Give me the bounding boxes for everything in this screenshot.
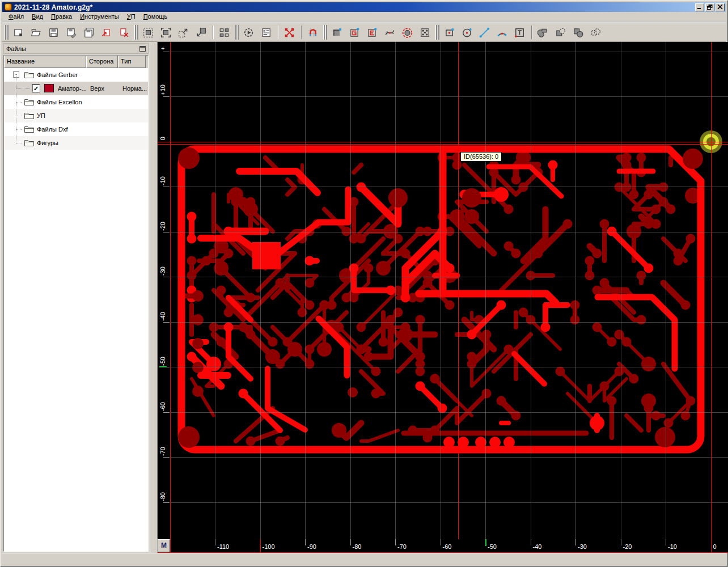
transform-red-icon [284, 27, 295, 38]
tree-row-dxf-folder[interactable]: Файлы Dxf [4, 122, 148, 136]
pcb-viewport[interactable] [170, 42, 728, 539]
folder-icon [24, 98, 35, 106]
toolbar-button-tool-circle[interactable] [459, 24, 475, 40]
properties-icon [261, 27, 272, 38]
toolbar-grip[interactable] [5, 25, 9, 40]
toolbar-separator [213, 26, 214, 39]
toolbar-button-draw-ring[interactable] [399, 24, 415, 40]
toolbar-button-bool-intersect[interactable] [570, 24, 586, 40]
menu-edit[interactable]: Правка [47, 12, 76, 22]
layer-visibility-checkbox[interactable]: ✓ [32, 84, 40, 92]
menu-up[interactable]: УП [123, 12, 139, 22]
toolbar-grip[interactable] [235, 25, 239, 40]
minimize-button[interactable] [695, 3, 704, 11]
toolbar-button-gerber-g[interactable] [346, 24, 362, 40]
toolbar-grip[interactable] [435, 25, 439, 40]
toolbar-button-save-all[interactable] [81, 24, 96, 40]
close-icon [717, 5, 723, 10]
tree-item-label: Файлы Excellon [37, 99, 82, 105]
folder-icon [24, 70, 35, 79]
toolbar-button-zoom-extents[interactable] [140, 24, 156, 40]
toolbar-grip[interactable] [323, 25, 327, 40]
layer-color-swatch[interactable] [44, 84, 54, 92]
tree-row-gerber-folder[interactable]: - Файлы Gerber [4, 68, 148, 82]
tree-row-gerber-file[interactable]: ✓Аматор-...ВерхНорма... [4, 82, 148, 95]
frame-edge-left [170, 42, 171, 553]
menu-view[interactable]: Вид [28, 12, 47, 22]
panel-float-icon[interactable] [139, 46, 146, 52]
toolbar-button-tool-text[interactable] [511, 24, 527, 40]
tree-column-headers: НазваниеСторонаТип [4, 56, 148, 68]
toolbar-button-draw-region[interactable] [329, 24, 345, 40]
tree-guide-stub [16, 116, 22, 116]
toolbar-button-delete-red[interactable] [116, 24, 132, 40]
menu-file[interactable]: Файл [5, 12, 28, 22]
toolbar-button-zoom-in[interactable] [175, 24, 191, 40]
toolbar-button-bool-xor[interactable] [587, 24, 603, 40]
tree-row-up-folder[interactable]: УП [4, 109, 148, 122]
ruler-tick-y [163, 412, 170, 413]
toolbar-button-snap-magnet[interactable] [304, 24, 320, 40]
toolbar-button-zoom-window[interactable] [158, 24, 173, 40]
ruler-label-y: 0 [159, 137, 166, 140]
tree-row-excellon-folder[interactable]: Файлы Excellon [4, 95, 148, 109]
toolbar-button-bool-subtract[interactable] [552, 24, 568, 40]
save-icon [48, 27, 59, 38]
toolbar-button-save-as[interactable] [63, 24, 79, 40]
ruler-tick-x [575, 539, 576, 545]
snap-magnet-icon [307, 27, 318, 38]
toolbar-button-tile-view[interactable] [216, 24, 232, 40]
menu-help[interactable]: Помощь [139, 12, 172, 22]
origin-axis-horizontal [158, 142, 728, 142]
ruler-tick-x [531, 539, 531, 545]
toolbar-button-tool-line[interactable] [476, 24, 492, 40]
folder-icon-wrap [24, 98, 35, 107]
bool-subtract-icon [555, 27, 566, 38]
origin-axis-vertical [711, 42, 712, 553]
tree-guide-stub [16, 143, 22, 143]
toolbar-button-bool-union[interactable] [535, 24, 551, 40]
folder-icon-wrap [24, 111, 35, 121]
toolbar-button-new-file[interactable] [10, 24, 26, 40]
toolbar-button-gerber-e[interactable] [364, 24, 380, 40]
column-header-2[interactable]: Тип [118, 56, 146, 68]
title-bar[interactable]: 2021-11-28 Amator.g2g* [2, 2, 726, 12]
toolbar-button-zoom-out[interactable] [193, 24, 209, 40]
mouse-crosshair-vertical [458, 42, 459, 539]
ruler-label-x: -90 [307, 543, 316, 550]
tool-rect-icon [444, 27, 455, 38]
tree-row-figures-folder[interactable]: Фигуры [4, 136, 148, 150]
import-red-icon [101, 27, 112, 38]
bool-intersect-icon [573, 27, 583, 38]
ruler-tick-y [163, 232, 170, 232]
toolbar-button-draw-dots[interactable] [417, 24, 433, 40]
menu-tools[interactable]: Инструменты [76, 12, 123, 22]
close-button[interactable] [716, 3, 725, 11]
tree-item-label: Аматор-... [58, 85, 87, 92]
toolbar-button-import-red[interactable] [98, 24, 114, 40]
toolbar-button-draw-curve[interactable] [382, 24, 397, 40]
toolbar-grip[interactable] [134, 25, 138, 40]
ruler-label-x: -80 [353, 543, 362, 550]
column-header-0[interactable]: Название [4, 56, 86, 68]
toolbar-button-tool-arc[interactable] [494, 24, 510, 40]
panel-splitter[interactable] [150, 42, 158, 554]
toolbar-button-save[interactable] [45, 24, 61, 40]
tool-circle-icon [462, 27, 472, 38]
toolbar-button-run-gear[interactable] [240, 24, 256, 40]
ruler-label-x: -60 [443, 543, 452, 550]
window-title: 2021-11-28 Amator.g2g* [14, 3, 694, 11]
units-button[interactable]: M [158, 539, 170, 552]
ruler-label-y: + [159, 46, 166, 50]
ruler-label-y: -20 [159, 222, 166, 231]
save-as-icon [66, 27, 77, 38]
toolbar-button-transform-red[interactable] [281, 24, 297, 40]
toolbar-button-tool-rect[interactable] [441, 24, 457, 40]
ruler-tick-y [163, 457, 170, 458]
toolbar-button-open-folder[interactable] [28, 24, 44, 40]
files-panel-title: Файлы [6, 45, 139, 52]
ruler-tick-x [395, 539, 396, 545]
column-header-1[interactable]: Сторона [86, 56, 118, 68]
restore-button[interactable] [705, 3, 714, 11]
toolbar-button-properties[interactable] [258, 24, 274, 40]
